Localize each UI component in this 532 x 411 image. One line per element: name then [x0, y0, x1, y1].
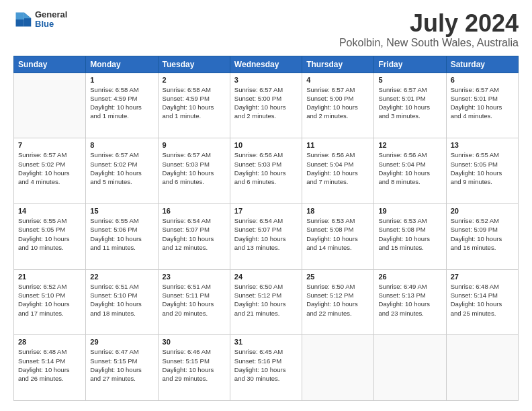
day-info: Sunrise: 6:50 AMSunset: 5:12 PMDaylight:… [234, 282, 298, 318]
header-thursday: Thursday [302, 56, 374, 73]
table-row: 24Sunrise: 6:50 AMSunset: 5:12 PMDayligh… [230, 269, 302, 335]
day-number: 9 [163, 141, 226, 149]
table-row: 13Sunrise: 6:55 AMSunset: 5:05 PMDayligh… [446, 138, 518, 204]
day-info: Sunrise: 6:55 AMSunset: 5:05 PMDaylight:… [451, 150, 514, 186]
logo-general-text: General [35, 10, 67, 19]
table-row: 20Sunrise: 6:52 AMSunset: 5:09 PMDayligh… [446, 203, 518, 269]
day-number: 24 [234, 273, 298, 281]
day-info: Sunrise: 6:56 AMSunset: 5:03 PMDaylight:… [234, 150, 298, 186]
day-info: Sunrise: 6:52 AMSunset: 5:10 PMDaylight:… [18, 282, 81, 318]
table-row: 21Sunrise: 6:52 AMSunset: 5:10 PMDayligh… [14, 269, 86, 335]
table-row: 4Sunrise: 6:57 AMSunset: 5:00 PMDaylight… [302, 73, 374, 138]
day-number: 31 [234, 338, 298, 346]
table-row: 29Sunrise: 6:47 AMSunset: 5:15 PMDayligh… [86, 335, 158, 401]
day-number: 4 [306, 76, 369, 84]
table-row: 9Sunrise: 6:57 AMSunset: 5:03 PMDaylight… [158, 138, 230, 204]
calendar-table: Sunday Monday Tuesday Wednesday Thursday… [13, 56, 519, 401]
day-number: 28 [18, 338, 81, 346]
day-info: Sunrise: 6:56 AMSunset: 5:04 PMDaylight:… [378, 150, 441, 186]
day-info: Sunrise: 6:46 AMSunset: 5:15 PMDaylight:… [163, 347, 226, 383]
table-row: 7Sunrise: 6:57 AMSunset: 5:02 PMDaylight… [14, 138, 86, 204]
table-row [446, 335, 518, 401]
day-info: Sunrise: 6:48 AMSunset: 5:14 PMDaylight:… [18, 347, 81, 383]
day-number: 18 [306, 207, 369, 215]
day-info: Sunrise: 6:54 AMSunset: 5:07 PMDaylight:… [163, 216, 226, 252]
table-row: 22Sunrise: 6:51 AMSunset: 5:10 PMDayligh… [86, 269, 158, 335]
day-number: 20 [451, 207, 514, 215]
header: General Blue July 2024 Pokolbin, New Sou… [13, 10, 519, 49]
day-number: 19 [378, 207, 441, 215]
day-number: 21 [18, 273, 81, 281]
table-row: 17Sunrise: 6:54 AMSunset: 5:07 PMDayligh… [230, 203, 302, 269]
day-number: 12 [378, 141, 441, 149]
svg-rect-3 [16, 13, 24, 20]
table-row: 1Sunrise: 6:58 AMSunset: 4:59 PMDaylight… [86, 73, 158, 138]
table-row [14, 73, 86, 138]
table-row: 26Sunrise: 6:49 AMSunset: 5:13 PMDayligh… [374, 269, 446, 335]
table-row: 10Sunrise: 6:56 AMSunset: 5:03 PMDayligh… [230, 138, 302, 204]
table-row: 15Sunrise: 6:55 AMSunset: 5:06 PMDayligh… [86, 203, 158, 269]
day-number: 6 [451, 76, 514, 84]
table-row: 12Sunrise: 6:56 AMSunset: 5:04 PMDayligh… [374, 138, 446, 204]
calendar-week-row: 21Sunrise: 6:52 AMSunset: 5:10 PMDayligh… [14, 269, 519, 335]
header-saturday: Saturday [446, 56, 518, 73]
day-number: 30 [163, 338, 226, 346]
day-info: Sunrise: 6:48 AMSunset: 5:14 PMDaylight:… [451, 282, 514, 318]
day-number: 3 [234, 76, 298, 84]
day-number: 29 [90, 338, 153, 346]
day-number: 8 [90, 141, 153, 149]
table-row: 18Sunrise: 6:53 AMSunset: 5:08 PMDayligh… [302, 203, 374, 269]
table-row: 11Sunrise: 6:56 AMSunset: 5:04 PMDayligh… [302, 138, 374, 204]
header-tuesday: Tuesday [158, 56, 230, 73]
calendar-title: July 2024 [339, 10, 519, 37]
day-info: Sunrise: 6:51 AMSunset: 5:11 PMDaylight:… [163, 282, 226, 318]
logo: General Blue [13, 10, 67, 30]
day-info: Sunrise: 6:55 AMSunset: 5:06 PMDaylight:… [90, 216, 153, 252]
table-row: 3Sunrise: 6:57 AMSunset: 5:00 PMDaylight… [230, 73, 302, 138]
svg-marker-1 [24, 13, 32, 19]
day-info: Sunrise: 6:57 AMSunset: 5:00 PMDaylight:… [306, 85, 369, 121]
day-info: Sunrise: 6:53 AMSunset: 5:08 PMDaylight:… [306, 216, 369, 252]
day-info: Sunrise: 6:57 AMSunset: 5:00 PMDaylight:… [234, 85, 298, 121]
header-sunday: Sunday [14, 56, 86, 73]
day-number: 17 [234, 207, 298, 215]
day-number: 5 [378, 76, 441, 84]
day-number: 14 [18, 207, 81, 215]
table-row: 5Sunrise: 6:57 AMSunset: 5:01 PMDaylight… [374, 73, 446, 138]
table-row: 16Sunrise: 6:54 AMSunset: 5:07 PMDayligh… [158, 203, 230, 269]
day-info: Sunrise: 6:49 AMSunset: 5:13 PMDaylight:… [378, 282, 441, 318]
table-row [374, 335, 446, 401]
table-row: 25Sunrise: 6:50 AMSunset: 5:12 PMDayligh… [302, 269, 374, 335]
day-info: Sunrise: 6:51 AMSunset: 5:10 PMDaylight:… [90, 282, 153, 318]
day-number: 2 [163, 76, 226, 84]
table-row: 19Sunrise: 6:53 AMSunset: 5:08 PMDayligh… [374, 203, 446, 269]
calendar-week-row: 14Sunrise: 6:55 AMSunset: 5:05 PMDayligh… [14, 203, 519, 269]
table-row: 2Sunrise: 6:58 AMSunset: 4:59 PMDaylight… [158, 73, 230, 138]
day-info: Sunrise: 6:53 AMSunset: 5:08 PMDaylight:… [378, 216, 441, 252]
day-info: Sunrise: 6:45 AMSunset: 5:16 PMDaylight:… [234, 347, 298, 383]
day-number: 22 [90, 273, 153, 281]
table-row: 8Sunrise: 6:57 AMSunset: 5:02 PMDaylight… [86, 138, 158, 204]
day-info: Sunrise: 6:57 AMSunset: 5:01 PMDaylight:… [451, 85, 514, 121]
table-row [302, 335, 374, 401]
day-info: Sunrise: 6:58 AMSunset: 4:59 PMDaylight:… [163, 85, 226, 121]
svg-rect-2 [16, 19, 24, 27]
day-number: 1 [90, 76, 153, 84]
day-number: 13 [451, 141, 514, 149]
day-info: Sunrise: 6:58 AMSunset: 4:59 PMDaylight:… [90, 85, 153, 121]
calendar-week-row: 1Sunrise: 6:58 AMSunset: 4:59 PMDaylight… [14, 73, 519, 138]
day-info: Sunrise: 6:56 AMSunset: 5:04 PMDaylight:… [306, 150, 369, 186]
day-info: Sunrise: 6:57 AMSunset: 5:02 PMDaylight:… [18, 150, 81, 186]
table-row: 6Sunrise: 6:57 AMSunset: 5:01 PMDaylight… [446, 73, 518, 138]
day-number: 16 [163, 207, 226, 215]
day-number: 11 [306, 141, 369, 149]
day-info: Sunrise: 6:47 AMSunset: 5:15 PMDaylight:… [90, 347, 153, 383]
logo-blue-text: Blue [35, 19, 67, 29]
table-row: 27Sunrise: 6:48 AMSunset: 5:14 PMDayligh… [446, 269, 518, 335]
table-row: 31Sunrise: 6:45 AMSunset: 5:16 PMDayligh… [230, 335, 302, 401]
day-number: 7 [18, 141, 81, 149]
day-info: Sunrise: 6:52 AMSunset: 5:09 PMDaylight:… [451, 216, 514, 252]
day-number: 27 [451, 273, 514, 281]
calendar-week-row: 7Sunrise: 6:57 AMSunset: 5:02 PMDaylight… [14, 138, 519, 204]
table-row: 30Sunrise: 6:46 AMSunset: 5:15 PMDayligh… [158, 335, 230, 401]
